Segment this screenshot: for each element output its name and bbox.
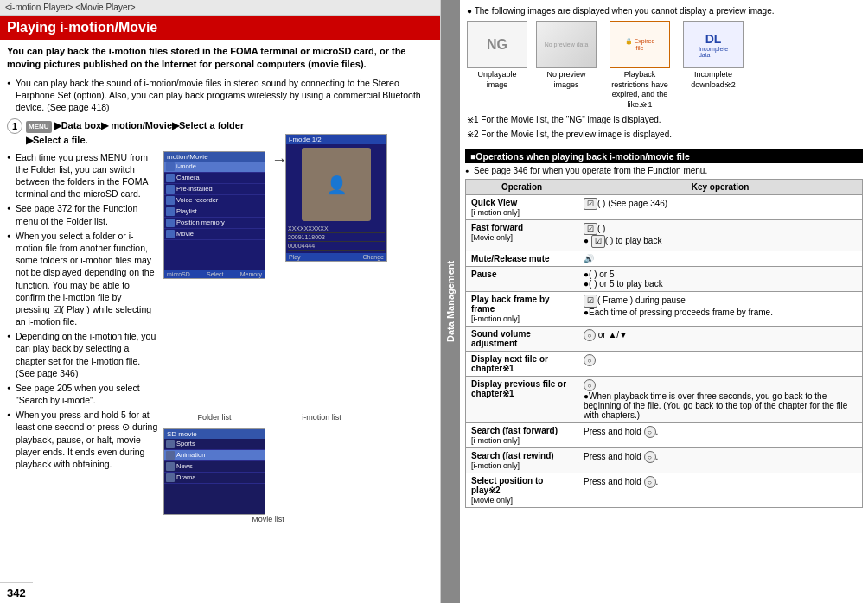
movie-row-0: Sports	[164, 439, 265, 450]
folder-icon-3	[166, 196, 175, 205]
note-1: ※2 For the Movie list, the preview image…	[467, 129, 861, 141]
key-cell-1: ☑( )● ☑( ) to play back	[578, 219, 863, 251]
menu-icon: MENU	[26, 121, 52, 133]
bullet-item: You can play back the sound of i-motion/…	[7, 77, 433, 114]
key-cell-3: ●( ) or 5●( ) or 5 to play back	[578, 266, 863, 291]
no-prev-inner: No preview data	[537, 22, 596, 67]
table-row: Pause●( ) or 5●( ) or 5 to play back	[466, 266, 863, 291]
op-cell-3: Pause	[466, 266, 578, 291]
imotion-list-screen: i-mode 1/2 👤 XXXXXXXXXX 20091118003 0000…	[285, 134, 387, 262]
folder-list-footer: microSD Select Memory	[164, 270, 265, 278]
ng-text: NG	[487, 37, 507, 53]
key-cell-8: Press and hold ○.	[578, 422, 863, 447]
dl-text: DL	[705, 32, 722, 46]
key-cell-2: 🔊	[578, 251, 863, 266]
folder-row-3: Voice recorder	[164, 195, 265, 206]
table-row: Sound volume adjustment○ or ▲/▼	[466, 326, 863, 351]
movie-row-2: News	[164, 461, 265, 473]
table-row: Display previous file or chapter※1○●When…	[466, 376, 863, 422]
no-prev-text: No preview data	[545, 41, 589, 48]
folder-list-screen: motion/Movie i-mode Camera Pre-installed	[163, 151, 265, 279]
step-bullets: Each time you press MENU from the Folder…	[7, 151, 158, 524]
imotion-content: 👤 XXXXXXXXXX 20091118003 00004444	[286, 144, 386, 251]
movie-list-screen: SD movie Sports Animation	[163, 428, 265, 515]
op-cell-5: Sound volume adjustment	[466, 326, 578, 351]
col-header-op: Operation	[466, 179, 578, 194]
folder-row-text-6: Movie	[176, 230, 194, 238]
movie-icon-3	[166, 473, 175, 482]
footer-memory: Memory	[240, 271, 262, 277]
folder-list-header-text: motion/Movie	[167, 153, 208, 161]
col-header-key: Key operation	[578, 179, 863, 194]
step-columns: Each time you press MENU from the Folder…	[7, 151, 433, 524]
table-row: Fast forward[Movie only]☑( )● ☑( ) to pl…	[466, 219, 863, 251]
preview-box-1: No preview data No previewimages	[536, 21, 597, 90]
movie-list-container: SD movie Sports Animation	[163, 428, 373, 524]
left-panel: <i-motion Player> <Movie Player> Playing…	[0, 0, 441, 603]
preview-box-2: 🔒 Expiredfile Playback restrictions have…	[605, 21, 674, 111]
page-number: 342	[0, 582, 33, 603]
folder-icon-6	[166, 230, 175, 238]
breadcrumb: <i-motion Player> <Movie Player>	[0, 0, 440, 16]
table-row: Search (fast rewind)[i-motion only]Press…	[466, 447, 863, 473]
table-row: Quick View[i-motion only]☑( ) (See page …	[466, 194, 863, 219]
bullet-list: You can play back the sound of i-motion/…	[7, 77, 433, 114]
preview-caption-0: Unplayableimage	[477, 70, 516, 90]
folder-row-6: Movie	[164, 229, 265, 240]
sidebar-label: Data Management	[441, 0, 460, 603]
folder-icon-5	[166, 219, 175, 227]
right-scroll[interactable]: ■Operations when playing back i-motion/m…	[460, 149, 868, 603]
folder-row-text-0: i-mode	[176, 162, 196, 170]
key-cell-0: ☑( ) (See page 346)	[578, 194, 863, 219]
imotion-row-0: XXXXXXXXXX	[288, 225, 385, 233]
preview-images-row: NG Unplayableimage No preview data No pr…	[467, 21, 861, 111]
preview-icon-dl: DL Incompletedata	[683, 21, 744, 68]
imotion-header-text: i-mode 1/2	[289, 136, 322, 143]
op-cell-0: Quick View[i-motion only]	[466, 194, 578, 219]
caption-folder: Folder list	[163, 413, 265, 422]
folder-row-5: Position memory	[164, 218, 265, 229]
folder-row-4: Playlist	[164, 206, 265, 218]
movie-rows: Sports Animation News	[164, 439, 265, 484]
op-cell-9: Search (fast rewind)[i-motion only]	[466, 447, 578, 473]
folder-row-text-3: Voice recorder	[176, 196, 218, 204]
key-cell-10: Press and hold ○.	[578, 473, 863, 507]
intro-text: You can play back the i-motion files sto…	[7, 45, 433, 72]
key-cell-5: ○ or ▲/▼	[578, 326, 863, 351]
folder-icon-4	[166, 207, 175, 216]
footer-microsd: microSD	[167, 271, 190, 277]
footer-select: Select	[207, 271, 223, 277]
note-0: ※1 For the Movie list, the "NG" image is…	[467, 114, 861, 126]
folder-row-0: i-mode	[164, 162, 265, 173]
movie-list-header-text: SD movie	[167, 430, 197, 438]
folder-row-text-4: Playlist	[176, 207, 197, 215]
step-number: 1	[7, 118, 22, 134]
imotion-row-2: 00004444	[288, 242, 385, 251]
caption-imotion: i-motion list	[271, 413, 373, 422]
screen-images-column: motion/Movie i-mode Camera Pre-installed	[163, 151, 373, 524]
op-cell-7: Display previous file or chapter※1	[466, 376, 578, 422]
imotion-footer-play: Play	[289, 254, 301, 260]
op-cell-6: Display next file or chapter※1	[466, 351, 578, 376]
movie-row-text-0: Sports	[176, 440, 195, 447]
right-panel: ● The following images are displayed whe…	[460, 0, 868, 603]
operations-table: Operation Key operation Quick View[i-mot…	[465, 179, 863, 508]
imotion-row-1: 20091118003	[288, 233, 385, 242]
preview-icon-noprev: No preview data	[536, 21, 597, 68]
step-instruction: MENU ▶Data box▶ motion/Movie▶Select a fo…	[26, 118, 244, 148]
folder-row-text-5: Position memory	[176, 219, 225, 226]
incomplete-label: Incompletedata	[699, 46, 728, 58]
page-title: Playing i-motion/Movie	[7, 20, 433, 35]
step-bullet-4: See page 205 when you select "Search by …	[7, 382, 158, 406]
movie-icon-1	[166, 451, 175, 460]
folder-icon-1	[166, 174, 175, 182]
step-bullet-0: Each time you press MENU from the Folder…	[7, 151, 158, 200]
preview-box-3: DL Incompletedata Incompletedownload※2	[683, 21, 744, 90]
folder-row-text-2: Pre-installed	[176, 185, 213, 193]
caption-row: Folder list i-motion list	[163, 413, 373, 422]
preview-icon-ng: NG	[467, 21, 527, 68]
movie-row-1: Animation	[164, 450, 265, 461]
movie-row-3: Drama	[164, 473, 265, 484]
folder-list-header: motion/Movie	[164, 152, 265, 162]
step-bullet-3: Depending on the i-motion file, you can …	[7, 330, 158, 379]
